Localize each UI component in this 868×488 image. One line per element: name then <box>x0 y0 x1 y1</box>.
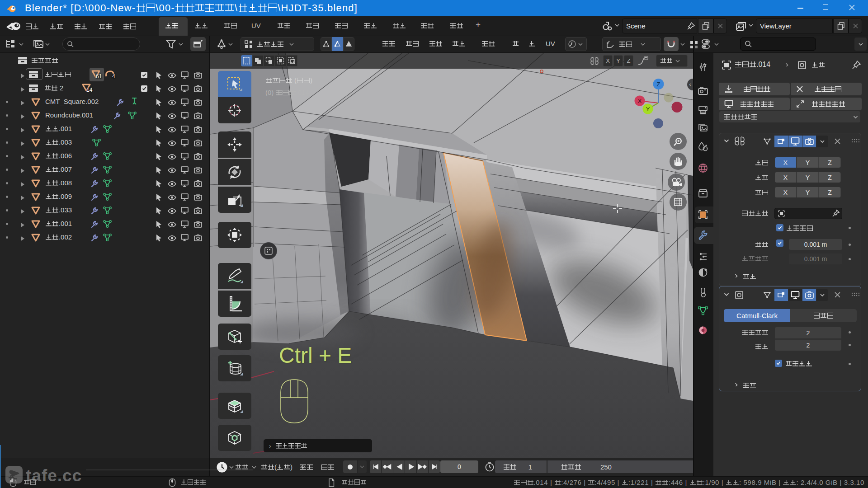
svg-text:Z: Z <box>657 81 660 88</box>
svg-text:X: X <box>638 98 642 104</box>
svg-text:Y: Y <box>646 106 650 113</box>
